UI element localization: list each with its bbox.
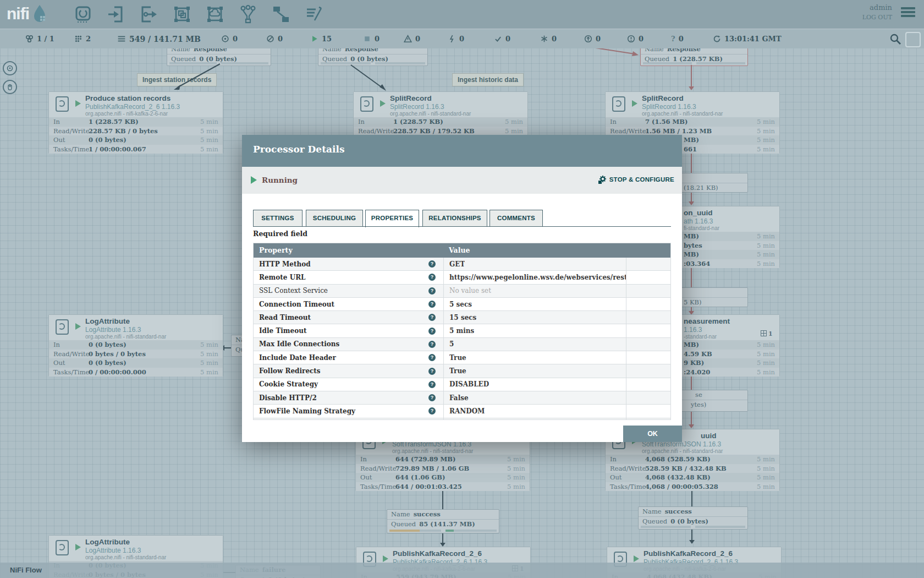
table-row[interactable]: Follow Redirects?True: [254, 364, 670, 378]
nifi-logo: nifi: [7, 4, 47, 24]
connection-queued: 0 (0 bytes): [670, 517, 708, 525]
processor-icon: [360, 96, 373, 112]
ok-button[interactable]: OK: [623, 426, 682, 442]
processor-produce-station-records[interactable]: Produce station records PublishKafkaReco…: [48, 91, 223, 154]
output-port-component-icon[interactable]: [140, 5, 158, 24]
help-icon[interactable]: ?: [428, 301, 436, 308]
tab-settings[interactable]: SETTINGS: [253, 210, 302, 227]
stop-and-configure-button[interactable]: STOP & CONFIGURE: [598, 175, 674, 184]
connection-label[interactable]: Namesuccess Queued0 (0 bytes): [638, 506, 748, 530]
app-header: nifi admin LOG OUT: [0, 0, 924, 29]
canvas-pan-button[interactable]: [3, 80, 17, 94]
cluster-icon: [25, 35, 34, 43]
status-panel-button[interactable]: [905, 32, 921, 47]
running-icon: [75, 100, 81, 107]
tab-properties[interactable]: PROPERTIES: [365, 210, 419, 227]
status-sync-failure: 0: [627, 29, 644, 48]
breadcrumb-bar: NiFi Flow: [0, 563, 924, 578]
breadcrumb[interactable]: NiFi Flow: [10, 566, 42, 574]
template-component-icon[interactable]: [272, 5, 290, 24]
logout-link[interactable]: LOG OUT: [862, 14, 892, 21]
status-running: 15: [310, 29, 332, 48]
tab-comments[interactable]: COMMENTS: [490, 210, 543, 227]
search-icon[interactable]: [889, 32, 902, 46]
table-row-clipped[interactable]: Attributes to Send?No value set: [254, 418, 670, 420]
processor-icon: [56, 96, 69, 112]
status-up-to-date: 0: [494, 29, 510, 48]
running-icon: [634, 555, 639, 562]
fragment-name: se: [695, 390, 702, 400]
processor-component-icon[interactable]: [74, 5, 92, 24]
connection-line: [691, 268, 692, 287]
running-icon: [75, 323, 81, 330]
processor-title-fragment: uuid: [701, 432, 717, 440]
help-icon[interactable]: ?: [428, 314, 436, 321]
table-row[interactable]: Include Date Header?True: [254, 351, 670, 364]
status-active-threads: 2: [74, 29, 91, 48]
table-row[interactable]: Remote URL?https://www.pegelonline.wsv.d…: [254, 271, 670, 284]
help-icon[interactable]: ?: [428, 368, 436, 375]
processor-logattribute-middle[interactable]: LogAttribute LogAttribute 1.16.3 org.apa…: [48, 314, 223, 377]
help-icon[interactable]: ?: [428, 341, 436, 348]
status-stopped: 0: [363, 29, 380, 48]
process-group-component-icon[interactable]: [173, 5, 191, 24]
help-icon[interactable]: ?: [428, 381, 436, 388]
connection-arrow: [169, 62, 224, 94]
table-row[interactable]: FlowFile Naming Strategy?RANDOM: [254, 405, 670, 418]
connection-line: [691, 377, 692, 390]
help-icon[interactable]: ?: [428, 328, 436, 335]
status-disabled: 0: [448, 29, 464, 48]
running-icon: [632, 100, 637, 107]
funnel-component-icon[interactable]: [239, 5, 257, 24]
help-icon[interactable]: ?: [428, 274, 436, 281]
not-transmitting-icon: [266, 35, 274, 43]
processor-icon: [612, 96, 625, 112]
help-icon[interactable]: ?: [428, 287, 436, 295]
help-icon[interactable]: ?: [428, 354, 436, 361]
status-stale: 0: [584, 29, 601, 48]
help-icon[interactable]: ?: [428, 394, 436, 401]
processor-icon: [56, 319, 69, 335]
running-icon: [251, 176, 257, 184]
table-row[interactable]: Read Timeout?15 secs: [254, 311, 670, 324]
disabled-icon: [448, 35, 456, 43]
check-icon: [494, 35, 502, 43]
processor-details-dialog: Processor Details Running STOP & CONFIGU…: [242, 135, 682, 442]
connection-arrowhead: [689, 540, 695, 544]
properties-table: Property Value HTTP Method?GET Remote UR…: [253, 243, 671, 420]
dialog-title: Processor Details: [253, 144, 345, 155]
processor-bundle: org.apache.nifi - nifi-kafka-2-6-nar: [85, 111, 168, 117]
refresh-icon[interactable]: [713, 35, 721, 43]
tab-scheduling[interactable]: SCHEDULING: [306, 210, 363, 227]
running-icon: [383, 555, 388, 562]
table-row[interactable]: Connection Timeout?5 secs: [254, 298, 670, 311]
label-component-icon[interactable]: [305, 5, 323, 24]
table-row[interactable]: SSL Context Service?No value set: [254, 285, 670, 298]
transmitting-icon: [221, 35, 229, 43]
status-refresh[interactable]: 13:01:41 GMT: [713, 29, 782, 48]
status-transmitting: 0: [221, 29, 238, 48]
table-row[interactable]: HTTP Method?GET: [254, 258, 670, 271]
help-icon[interactable]: ?: [428, 407, 436, 415]
fragment-queued: 5 KB): [684, 298, 702, 307]
tab-relationships[interactable]: RELATIONSHIPS: [422, 210, 487, 227]
connection-line: [691, 193, 692, 201]
tasks-badge: 1: [761, 330, 773, 337]
running-icon: [75, 544, 81, 550]
last-refresh-time: 13:01:41 GMT: [724, 35, 782, 43]
flow-label[interactable]: Ingest historic data: [452, 73, 524, 86]
table-row[interactable]: Cookie Strategy?DISABLED: [254, 378, 670, 391]
status-locally-modified: 0: [540, 29, 557, 48]
help-icon[interactable]: ?: [428, 260, 436, 268]
table-row[interactable]: Disable HTTP/2?False: [254, 391, 670, 405]
input-port-component-icon[interactable]: [107, 5, 125, 24]
canvas-target-button[interactable]: [3, 61, 17, 75]
remote-process-group-component-icon[interactable]: [206, 5, 224, 24]
connection-name: success: [665, 508, 692, 515]
table-row[interactable]: Idle Timeout?5 mins: [254, 324, 670, 337]
table-row[interactable]: Max Idle Connections?5: [254, 338, 670, 351]
processor-title-fragment: neasurement: [684, 317, 730, 325]
table-header: Property Value: [254, 243, 670, 258]
global-menu-button[interactable]: [901, 7, 915, 19]
connection-label[interactable]: Namesuccess Queued85 (141.37 MB): [387, 509, 499, 533]
